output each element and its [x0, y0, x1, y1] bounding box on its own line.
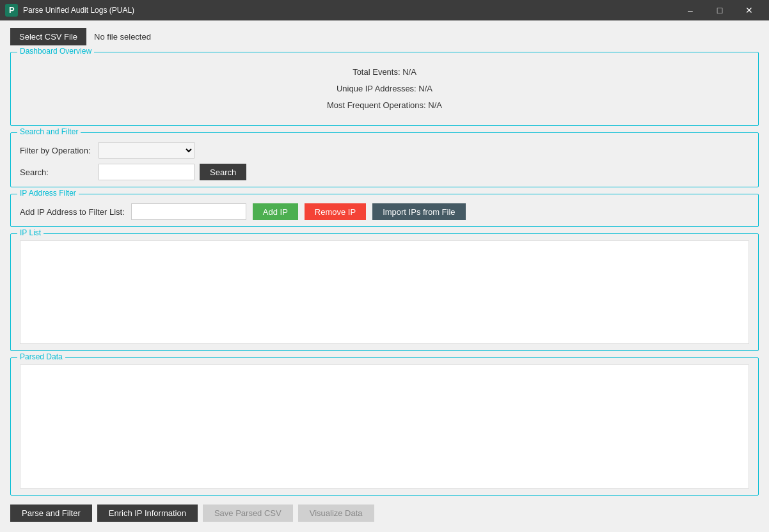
window-controls: – □ ✕ — [676, 0, 764, 20]
search-label: Search: — [20, 168, 93, 177]
add-ip-button[interactable]: Add IP — [253, 203, 298, 220]
save-csv-button: Save Parsed CSV — [203, 505, 293, 522]
ip-list-content[interactable] — [20, 240, 749, 344]
select-csv-button[interactable]: Select CSV File — [10, 28, 86, 45]
add-ip-label: Add IP Address to Filter List: — [20, 207, 125, 217]
parsed-data-content[interactable] — [20, 364, 749, 489]
filter-operation-row: Filter by Operation: — [20, 142, 749, 159]
search-filter-title: Search and Filter — [17, 127, 81, 136]
no-file-label: No file selected — [94, 32, 151, 42]
top-bar: Select CSV File No file selected — [10, 28, 759, 45]
parsed-data-title: Parsed Data — [17, 352, 65, 361]
dashboard-section: Dashboard Overview Total Events: N/A Uni… — [10, 52, 759, 126]
remove-ip-button[interactable]: Remove IP — [305, 203, 366, 220]
ip-list-title: IP List — [17, 228, 44, 237]
minimize-button[interactable]: – — [676, 0, 705, 20]
filter-operation-label: Filter by Operation: — [20, 146, 93, 155]
window-title: Parse Unified Audit Logs (PUAL) — [23, 6, 676, 15]
search-button[interactable]: Search — [200, 164, 246, 180]
filter-operation-select[interactable] — [99, 142, 194, 159]
import-ips-button[interactable]: Import IPs from File — [372, 203, 465, 220]
main-content: Select CSV File No file selected Dashboa… — [0, 20, 769, 532]
titlebar: P Parse Unified Audit Logs (PUAL) – □ ✕ — [0, 0, 769, 20]
parsed-data-section: Parsed Data — [10, 357, 759, 496]
visualize-data-button: Visualize Data — [298, 505, 374, 522]
search-row: Search: Search — [20, 164, 749, 180]
search-input[interactable] — [99, 164, 194, 180]
main-window: P Parse Unified Audit Logs (PUAL) – □ ✕ … — [0, 0, 769, 532]
maximize-button[interactable]: □ — [705, 0, 734, 20]
search-filter-content: Filter by Operation: Search: Search — [20, 139, 749, 180]
app-icon: P — [5, 4, 18, 17]
ip-address-filter-section: IP Address Filter Add IP Address to Filt… — [10, 194, 759, 227]
parse-filter-button[interactable]: Parse and Filter — [10, 505, 92, 522]
most-frequent-label: Most Frequent Operations: N/A — [20, 97, 749, 114]
svg-text:P: P — [9, 6, 15, 15]
search-filter-section: Search and Filter Filter by Operation: S… — [10, 132, 759, 187]
dashboard-content: Total Events: N/A Unique IP Addresses: N… — [20, 59, 749, 119]
ip-address-input[interactable] — [131, 203, 246, 220]
total-events-label: Total Events: N/A — [20, 64, 749, 81]
bottom-bar: Parse and Filter Enrich IP Information S… — [10, 502, 759, 524]
close-button[interactable]: ✕ — [734, 0, 764, 20]
ip-list-section: IP List — [10, 233, 759, 351]
ip-filter-title: IP Address Filter — [17, 189, 79, 198]
dashboard-section-title: Dashboard Overview — [17, 47, 94, 56]
ip-filter-content: Add IP Address to Filter List: Add IP Re… — [20, 201, 749, 220]
unique-ips-label: Unique IP Addresses: N/A — [20, 81, 749, 97]
enrich-ip-button[interactable]: Enrich IP Information — [97, 505, 198, 522]
